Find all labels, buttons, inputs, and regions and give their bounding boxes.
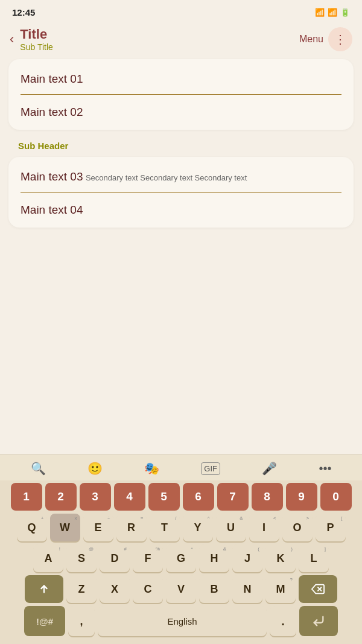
key-1[interactable]: 1: [11, 483, 42, 511]
space-key[interactable]: English: [98, 606, 267, 636]
top-bar-right: Menu ⋮: [299, 27, 352, 51]
keyboard-toolbar: 🔍 🙂 🎭 GIF 🎤 •••: [0, 454, 362, 480]
key-7[interactable]: 7: [217, 483, 249, 511]
card-item-2: Main text 02: [21, 94, 341, 127]
key-h[interactable]: H&: [199, 544, 229, 572]
secondary-text-03: Secondary text Secondary text Secondary …: [86, 173, 247, 182]
key-x[interactable]: X: [100, 575, 130, 603]
emoji-toolbar-button[interactable]: 🙂: [87, 461, 103, 476]
keyboard-rows: 1 2 3 4 5 6 7 8 9 0 Q+ Wx E÷ R= T/ Y^ U&…: [0, 480, 362, 644]
key-t[interactable]: T/: [150, 514, 180, 541]
key-i[interactable]: I<: [249, 514, 279, 541]
wifi-icon: 📶: [315, 8, 325, 17]
signal-icon: 📶: [328, 8, 337, 17]
key-f[interactable]: F%: [133, 544, 163, 572]
backspace-key[interactable]: [299, 575, 337, 603]
card-item-4: Main text 04: [21, 192, 341, 225]
top-bar: ‹ Title Sub Title Menu ⋮: [0, 22, 362, 59]
number-row: 1 2 3 4 5 6 7 8 9 0: [4, 483, 358, 511]
mic-toolbar-button[interactable]: 🎤: [262, 461, 277, 476]
key-g[interactable]: G^: [166, 544, 196, 572]
key-p[interactable]: P[: [316, 514, 346, 541]
key-v[interactable]: V: [166, 575, 196, 603]
battery-icon: 🔋: [340, 8, 350, 17]
menu-label[interactable]: Menu: [299, 34, 323, 45]
key-o[interactable]: O>: [282, 514, 313, 541]
main-text-02: Main text 02: [21, 106, 83, 118]
page-subtitle: Sub Title: [20, 42, 52, 52]
shift-key[interactable]: [25, 575, 63, 603]
key-e[interactable]: E÷: [83, 514, 113, 541]
key-0[interactable]: 0: [320, 483, 352, 511]
key-3[interactable]: 3: [80, 483, 111, 511]
page-title: Title: [20, 27, 52, 42]
sub-header: Sub Header: [8, 136, 354, 157]
keyboard: 🔍 🙂 🎭 GIF 🎤 ••• 1 2 3 4 5 6 7 8 9 0 Q+ W…: [0, 454, 362, 644]
key-6[interactable]: 6: [183, 483, 214, 511]
key-5[interactable]: 5: [148, 483, 180, 511]
key-n[interactable]: N: [232, 575, 262, 603]
status-icons: 📶 📶 🔋: [315, 8, 350, 17]
key-d[interactable]: D#: [100, 544, 130, 572]
key-y[interactable]: Y^: [183, 514, 213, 541]
gif-toolbar-button[interactable]: GIF: [201, 462, 220, 475]
zxcv-row: Z X C V B N M?: [4, 575, 358, 603]
card-2: Main text 03 Secondary text Secondary te…: [8, 157, 354, 228]
card-1: Main text 01 Main text 02: [8, 59, 354, 130]
key-r[interactable]: R=: [116, 514, 147, 541]
back-button[interactable]: ‹: [10, 31, 14, 47]
sticker-toolbar-button[interactable]: 🎭: [144, 461, 159, 476]
comma-key[interactable]: ,: [68, 606, 95, 636]
title-block: Title Sub Title: [20, 27, 52, 52]
period-key[interactable]: .: [270, 606, 296, 636]
key-k[interactable]: K): [265, 544, 296, 572]
content-area: Main text 01 Main text 02 Sub Header Mai…: [0, 59, 362, 228]
dots-icon: ⋮: [334, 33, 346, 45]
key-l[interactable]: L]: [299, 544, 329, 572]
main-text-01: Main text 01: [21, 72, 83, 85]
key-4[interactable]: 4: [114, 483, 145, 511]
key-z[interactable]: Z: [66, 575, 97, 603]
search-toolbar-button[interactable]: 🔍: [31, 461, 46, 476]
key-b[interactable]: B: [199, 575, 229, 603]
main-text-03: Main text 03: [21, 170, 83, 183]
enter-key[interactable]: [299, 606, 338, 636]
top-bar-left: ‹ Title Sub Title: [10, 27, 53, 52]
sym-key[interactable]: !@#: [24, 606, 65, 636]
key-c[interactable]: C: [133, 575, 163, 603]
key-m[interactable]: M?: [265, 575, 296, 603]
bottom-row: !@# , English .: [4, 606, 358, 636]
key-a[interactable]: A!: [33, 544, 63, 572]
key-9[interactable]: 9: [286, 483, 317, 511]
asdf-row: A! S@ D# F% G^ H& J( K) L]: [4, 544, 358, 572]
key-8[interactable]: 8: [252, 483, 283, 511]
key-2[interactable]: 2: [45, 483, 77, 511]
card-item-1: Main text 01: [21, 62, 341, 94]
key-q[interactable]: Q+: [17, 514, 47, 541]
card-item-3: Main text 03 Secondary text Secondary te…: [21, 159, 341, 192]
status-bar: 12:45 📶 📶 🔋: [0, 0, 362, 22]
key-u[interactable]: U&: [216, 514, 246, 541]
qwerty-row: Q+ Wx E÷ R= T/ Y^ U& I< O> P[: [4, 514, 358, 541]
key-w[interactable]: Wx: [50, 514, 80, 541]
status-time: 12:45: [12, 7, 35, 18]
main-text-04: Main text 04: [21, 203, 83, 216]
menu-dots-button[interactable]: ⋮: [328, 27, 352, 51]
more-toolbar-button[interactable]: •••: [319, 462, 331, 476]
key-j[interactable]: J(: [232, 544, 262, 572]
key-s[interactable]: S@: [66, 544, 97, 572]
